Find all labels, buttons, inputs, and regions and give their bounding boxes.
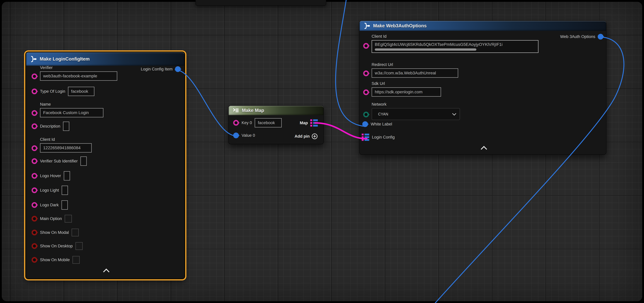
- pin-row-show-on-mobile: Show On Mobile: [32, 256, 80, 264]
- pin-row-name: Name Facebook Custom Login: [32, 102, 104, 118]
- logo-dark-label: Logo Dark: [40, 203, 59, 208]
- logo-dark-pin[interactable]: [32, 202, 37, 208]
- client-id-label: Client Id: [372, 34, 538, 39]
- client-id-input[interactable]: 1222658941886084: [40, 143, 92, 152]
- node-header[interactable]: Make LoginConfigItem: [26, 52, 184, 66]
- offscreen-node-bottom-edge[interactable]: [196, 0, 326, 6]
- type-of-login-pin[interactable]: [32, 88, 37, 94]
- show-on-mobile-label: Show On Mobile: [40, 258, 70, 262]
- pin-row-show-on-modal: Show On Modal: [32, 228, 79, 236]
- show-on-mobile-pin[interactable]: [32, 257, 37, 263]
- collapse-node-chevron[interactable]: [103, 268, 110, 275]
- client-id-label: Client Id: [40, 137, 92, 142]
- verifier-sub-identifier-pin[interactable]: [32, 158, 37, 164]
- node-make-map[interactable]: Make Map Key 0 facebook Map Value 0 Add …: [228, 106, 324, 144]
- key-0-pin[interactable]: [233, 120, 239, 126]
- network-pin[interactable]: [363, 112, 369, 118]
- show-on-desktop-pin[interactable]: [32, 243, 37, 249]
- node-header[interactable]: Make Web3AuthOptions: [360, 21, 606, 31]
- show-on-desktop-label: Show On Desktop: [40, 244, 73, 248]
- pin-row-network: Network CYAN: [363, 102, 460, 120]
- pin-row-verifier-sub-identifier: Verifier Sub Identifier: [32, 156, 87, 166]
- logo-hover-input[interactable]: [64, 171, 70, 180]
- sdk-url-input[interactable]: https://sdk.openlogin.com: [372, 87, 441, 97]
- add-pin-label: Add pin: [295, 134, 310, 139]
- show-on-modal-pin[interactable]: [32, 230, 37, 235]
- sdk-url-pin[interactable]: [363, 90, 369, 95]
- verifier-sub-identifier-label: Verifier Sub Identifier: [40, 159, 78, 164]
- name-pin[interactable]: [32, 110, 37, 116]
- pin-row-logo-dark: Logo Dark: [32, 200, 68, 210]
- show-on-modal-checkbox[interactable]: [72, 228, 79, 236]
- key-0-input[interactable]: facebook: [255, 118, 282, 128]
- show-on-mobile-checkbox[interactable]: [72, 256, 80, 264]
- pin-row-show-on-desktop: Show On Desktop: [32, 242, 83, 250]
- client-id-pin[interactable]: [363, 43, 369, 49]
- pin-row-login-config: Login Config: [362, 134, 395, 141]
- pin-row-white-label: White Label: [362, 121, 392, 127]
- name-input[interactable]: Facebook Custom Login: [40, 108, 104, 118]
- pin-row-value-0: Value 0: [233, 132, 255, 138]
- pin-row-key-0: Key 0 facebook: [233, 118, 282, 128]
- chevron-down-icon: [452, 112, 456, 116]
- map-output-label: Map: [300, 121, 308, 125]
- main-option-label: Main Option: [40, 216, 62, 221]
- pin-row-client-id: Client Id BEglQSgt4cUWcj6SKRdu5QkOXTsePm…: [363, 34, 538, 53]
- type-of-login-label: Type Of Login: [40, 89, 65, 94]
- main-option-pin[interactable]: [32, 216, 37, 222]
- node-make-loginconfigitem[interactable]: Make LoginConfigItem Login Config Item V…: [26, 52, 184, 279]
- logo-light-input[interactable]: [62, 186, 68, 195]
- redirect-url-pin[interactable]: [363, 70, 369, 76]
- output-pin-label: Login Config Item: [141, 67, 172, 72]
- collapse-node-chevron[interactable]: [481, 146, 487, 152]
- node-title: Make Map: [242, 108, 264, 113]
- pin-row-sdk-url: Sdk Url https://sdk.openlogin.com: [363, 81, 441, 97]
- description-input[interactable]: [63, 122, 69, 131]
- make-struct-icon: [30, 56, 37, 62]
- logo-hover-label: Logo Hover: [40, 174, 61, 178]
- logo-dark-input[interactable]: [62, 200, 68, 210]
- logo-light-label: Logo Light: [40, 188, 59, 193]
- add-pin-icon[interactable]: [312, 134, 318, 139]
- pin-row-client-id: Client Id 1222658941886084: [32, 137, 92, 152]
- pin-row-description: Description: [32, 122, 69, 131]
- output-row-web3auth-options: Web 3Auth Options: [560, 34, 604, 40]
- show-on-desktop-checkbox[interactable]: [76, 242, 83, 250]
- add-pin-row[interactable]: Add pin: [295, 134, 318, 139]
- type-of-login-input[interactable]: facebook: [68, 87, 94, 96]
- login-config-label: Login Config: [372, 135, 395, 140]
- client-id-pin[interactable]: [32, 145, 37, 151]
- client-id-text: BEglQSgt4cUWcj6SKRdu5QkOXTsePmMcusG5EAoy…: [375, 42, 535, 47]
- logo-hover-pin[interactable]: [32, 173, 37, 179]
- pin-row-logo-light: Logo Light: [32, 186, 68, 195]
- blueprint-editor-screenshot: Make LoginConfigItem Login Config Item V…: [0, 0, 644, 303]
- pin-row-verifier: Verifier web3auth-facebook-example: [32, 66, 117, 81]
- make-struct-icon: [364, 23, 370, 29]
- description-pin[interactable]: [32, 124, 37, 129]
- verifier-sub-identifier-input[interactable]: [80, 156, 87, 166]
- redirect-url-label: Redirect Url: [372, 62, 458, 67]
- network-selected-value: CYAN: [378, 112, 388, 116]
- node-make-web3authoptions[interactable]: Make Web3AuthOptions Web 3Auth Options C…: [359, 20, 606, 155]
- pin-row-logo-hover: Logo Hover: [32, 171, 70, 180]
- client-id-input[interactable]: BEglQSgt4cUWcj6SKRdu5QkOXTsePmMcusG5EAoy…: [372, 40, 538, 53]
- node-title: Make LoginConfigItem: [40, 56, 90, 62]
- name-label: Name: [40, 102, 104, 107]
- verifier-pin[interactable]: [32, 74, 37, 79]
- verifier-label: Verifier: [40, 66, 117, 70]
- network-dropdown[interactable]: CYAN: [372, 108, 460, 120]
- logo-light-pin[interactable]: [32, 188, 37, 193]
- description-label: Description: [40, 124, 60, 129]
- node-header[interactable]: Make Map: [229, 106, 324, 115]
- blueprint-graph-canvas[interactable]: Make LoginConfigItem Login Config Item V…: [0, 0, 644, 303]
- client-id-scrollbar[interactable]: [375, 48, 476, 51]
- output-row-login-config-item: Login Config Item: [141, 66, 181, 72]
- main-option-checkbox[interactable]: [65, 215, 72, 222]
- web3auth-options-output-label: Web 3Auth Options: [560, 34, 595, 39]
- pin-row-redirect-url: Redirect Url w3a://com.w3a.Web3AuthUnrea…: [363, 62, 458, 78]
- node-title: Make Web3AuthOptions: [373, 23, 427, 28]
- login-config-pin[interactable]: [362, 134, 369, 141]
- value-0-label: Value 0: [242, 133, 255, 138]
- verifier-input[interactable]: web3auth-facebook-example: [40, 72, 117, 81]
- redirect-url-input[interactable]: w3a://com.w3a.Web3AuthUnreal: [372, 68, 458, 78]
